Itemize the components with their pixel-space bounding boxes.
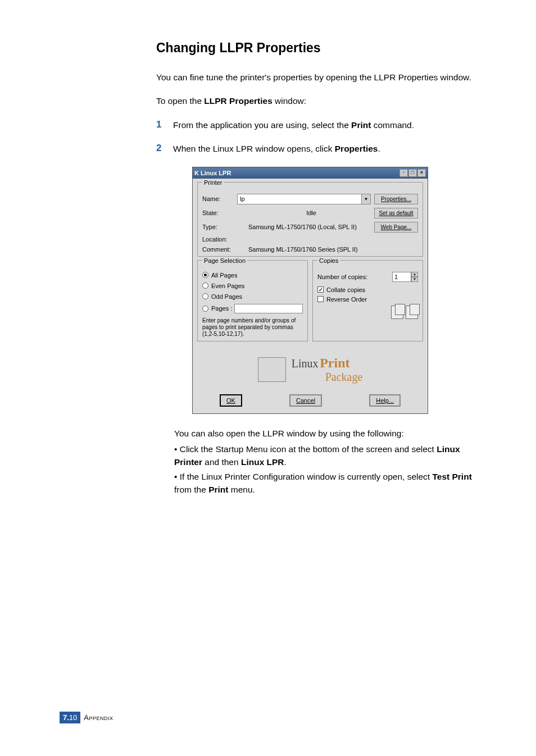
combo-arrow-icon[interactable]: ▼ [361,194,370,204]
step-2: 2 When the Linux LPR window opens, click… [156,143,488,155]
spinner-up-icon[interactable]: ▲ [411,272,418,277]
titlebar: K Linux LPR · □ × [193,167,428,179]
logo-package: Package [325,371,363,383]
minimize-button[interactable]: · [399,169,408,177]
page-stack-icon [391,306,403,319]
type-label: Type: [202,224,237,230]
state-label: State: [202,210,237,216]
pages-radio[interactable]: Pages : [202,304,303,313]
location-label: Location: [202,236,237,243]
page-footer: 7.10 Appendix [60,712,113,723]
collate-label: Collate copies [326,286,365,293]
radio-icon [202,283,208,289]
logo-area: Linux Print Package [197,345,423,394]
checkbox-icon: ✓ [317,286,324,293]
logo-linux: Linux [292,357,319,370]
b1-pre: Click the Startup Menu icon at the botto… [180,444,437,454]
b2-mid: from the [174,485,208,494]
pages-label: Pages : [211,305,232,312]
even-pages-label: Even Pages [211,283,244,289]
copies-label: Number of copies: [317,274,367,280]
after-paragraph: You can also open the LLPR window by usi… [174,427,488,440]
cancel-button[interactable]: Cancel [289,394,322,407]
intro-paragraph: You can fine tune the printer's properti… [156,71,488,84]
page-selection-legend: Page Selection [202,257,247,264]
printer-icon [258,357,286,382]
b1-mid: and then [202,457,241,467]
help-button[interactable]: Help... [369,394,401,407]
printer-legend: Printer [202,179,224,186]
even-pages-radio[interactable]: Even Pages [202,283,303,289]
printer-name-combo[interactable]: lp ▼ [237,194,371,204]
name-label: Name: [202,195,237,202]
b2-post: menu. [228,485,255,494]
step2-bold: Properties [335,144,378,153]
section-heading: Changing LLPR Properties [156,40,488,56]
b1-bold2: Linux LPR [241,457,284,467]
b2-bold2: Print [208,485,228,494]
opener-post: window: [272,96,306,106]
state-value: Idle [237,210,374,216]
linux-lpr-dialog: K Linux LPR · □ × Printer Name: lp ▼ [192,167,428,414]
pages-input[interactable] [234,304,303,313]
comment-value: Samsung ML-1750/1760 Series (SPL II) [237,246,418,253]
bullet-2: If the Linux Printer Configuration windo… [174,471,488,496]
opener-pre: To open the [156,96,204,106]
pages-hint: Enter page numbers and/or groups of page… [202,317,303,338]
printer-group: Printer Name: lp ▼ Properties... State: … [197,182,423,257]
opener-bold: LLPR Properties [204,96,272,106]
b2-bold1: Test Print [432,472,471,481]
maximize-button[interactable]: □ [408,169,417,177]
copies-illustration [317,306,418,319]
step2-pre: When the Linux LPR window opens, click [173,144,335,153]
logo-print: Print [320,356,349,370]
step1-pre: From the application you are using, sele… [173,120,351,130]
close-button[interactable]: × [417,169,426,177]
copies-group: Copies Number of copies: 1 ▲▼ ✓Collate c… [312,260,423,341]
dialog-figure: K Linux LPR · □ × Printer Name: lp ▼ [192,167,488,414]
step-body: When the Linux LPR window opens, click P… [173,143,380,155]
spinner-buttons[interactable]: ▲▼ [411,272,418,282]
odd-pages-label: Odd Pages [211,293,242,300]
all-pages-label: All Pages [211,272,237,279]
step2-post: . [378,144,380,153]
step1-post: command. [371,120,414,130]
collate-checkbox[interactable]: ✓Collate copies [317,286,418,293]
copies-spinner[interactable]: 1 [392,272,411,282]
all-pages-radio[interactable]: All Pages [202,272,303,279]
page-stack-icon [406,306,418,319]
step-number: 2 [156,143,173,155]
radio-icon [202,306,208,312]
odd-pages-radio[interactable]: Odd Pages [202,293,303,300]
radio-icon [202,272,208,278]
printer-name-value: lp [238,195,361,202]
set-default-button[interactable]: Set as default [374,208,418,218]
type-value: Samsung ML-1750/1760 (Local, SPL II) [237,224,374,230]
page-number-box: 7.10 [60,712,80,723]
b1-post: . [284,457,287,467]
reverse-checkbox[interactable]: Reverse Order [317,296,418,303]
step-body: From the application you are using, sele… [173,119,414,131]
radio-icon [202,293,208,299]
section-name: Appendix [84,713,113,722]
step1-bold: Print [351,120,371,130]
reverse-label: Reverse Order [326,296,367,303]
copies-legend: Copies [317,257,340,264]
spinner-down-icon[interactable]: ▼ [411,277,418,282]
titlebar-k-icon: K [194,170,199,176]
b2-pre: If the Linux Printer Configuration windo… [180,472,433,481]
properties-button[interactable]: Properties... [374,194,418,204]
ok-button[interactable]: OK [220,394,242,407]
step-1: 1 From the application you are using, se… [156,119,488,131]
comment-label: Comment: [202,246,237,253]
step-number: 1 [156,119,173,131]
opener-paragraph: To open the LLPR Properties window: [156,95,488,107]
web-page-button[interactable]: Web Page... [374,222,418,233]
checkbox-icon [317,296,324,302]
chapter-number: 7. [63,713,69,722]
bullet-1: Click the Startup Menu icon at the botto… [174,443,488,468]
page-selection-group: Page Selection All Pages Even Pages Odd … [197,260,308,341]
titlebar-title: Linux LPR [201,170,231,176]
page-number: 10 [69,713,77,722]
